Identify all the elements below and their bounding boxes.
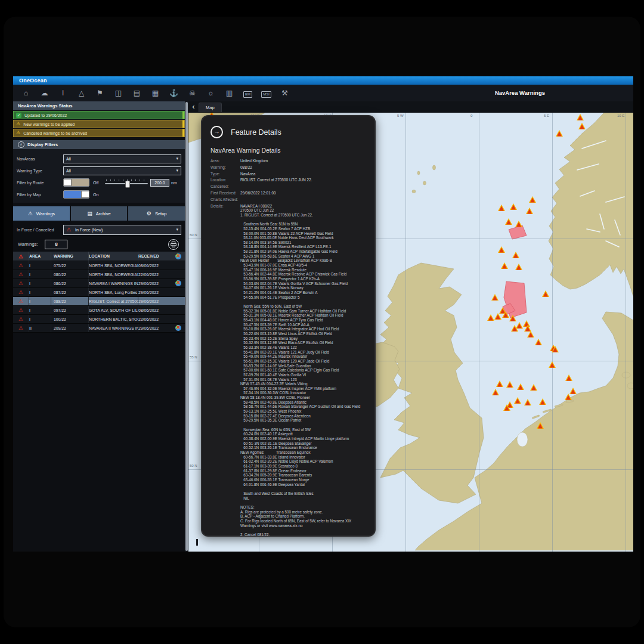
table-row[interactable]: ⚠I100/22NORTHERN BALTIC, STOCKHOL22/06/2… bbox=[13, 315, 185, 324]
navareas-dropdown[interactable]: All ▾ bbox=[63, 154, 181, 163]
tab-map[interactable]: Map bbox=[199, 103, 222, 112]
warnings-table-header: ⚠ AREA WARNING LOCATION RECEIVED bbox=[13, 252, 185, 261]
em-icon[interactable]: EM bbox=[239, 85, 257, 101]
latitude-label: 55 N bbox=[190, 355, 197, 359]
weather-routing-icon[interactable]: ☁ bbox=[35, 85, 54, 101]
popup-title: Feature Details bbox=[231, 128, 281, 137]
tab-setup[interactable]: ⚙Setup bbox=[128, 206, 185, 221]
status-updated: ✓ Updated to 29/06/2022 bbox=[13, 111, 185, 119]
display-filters-header[interactable]: ∧ Display Filters bbox=[13, 140, 185, 149]
arrow-right-icon[interactable]: → bbox=[210, 126, 223, 138]
warning-icon: ⚠ bbox=[16, 130, 20, 136]
map-filter-toggle[interactable] bbox=[63, 190, 89, 199]
field-value bbox=[240, 197, 367, 203]
table-row[interactable]: ⚠I075/22NORTH SEA, NORWEGIAN SEC08/06/20… bbox=[13, 261, 185, 270]
route-state: Off bbox=[93, 181, 104, 185]
info-icon[interactable]: i bbox=[54, 85, 72, 101]
longitude-label: 10 E bbox=[617, 114, 624, 117]
warning-type-dropdown[interactable]: All ▾ bbox=[63, 166, 181, 175]
print-button[interactable] bbox=[168, 239, 179, 250]
title-bar: OneOcean bbox=[13, 76, 633, 85]
field-value bbox=[240, 184, 367, 190]
tab-warnings[interactable]: ⚠Warnings bbox=[13, 206, 70, 221]
chart-flag-icon[interactable]: ⚑ bbox=[91, 85, 109, 101]
field-label: First Received: bbox=[210, 190, 240, 197]
collapse-icon[interactable]: ∧ bbox=[18, 141, 24, 148]
slider-thumb[interactable] bbox=[125, 181, 130, 188]
chevron-down-icon: ▾ bbox=[176, 156, 178, 161]
warning-icon: ⚠ bbox=[13, 280, 29, 286]
navarea-warnings-icon[interactable]: △ bbox=[72, 85, 91, 101]
printer-icon bbox=[171, 242, 177, 247]
warnings-table-body: ⚠I075/22NORTH SEA, NORWEGIAN SEC08/06/20… bbox=[13, 261, 185, 333]
table-row[interactable]: ⚠I080/22NORTH SEA, NORWEGIAN SEC22/06/20… bbox=[13, 270, 185, 279]
msi-icon[interactable]: MSI bbox=[257, 85, 275, 101]
map-tab-bar: ‹ Map bbox=[188, 101, 633, 113]
toggle-knob[interactable] bbox=[63, 179, 72, 186]
warning-icon: ⚠ bbox=[13, 289, 29, 295]
filter-by-map-label: Filter by Map bbox=[17, 193, 63, 197]
col-location[interactable]: LOCATION bbox=[88, 252, 138, 261]
field-label: Warning: bbox=[210, 165, 240, 171]
field-label: Location: bbox=[210, 177, 240, 184]
home-icon[interactable]: ⌂ bbox=[17, 85, 35, 101]
warning-icon: ⚠ bbox=[16, 121, 20, 127]
warnings-count-label: Warnings: bbox=[18, 242, 38, 247]
longitude-label: 5 E bbox=[544, 114, 549, 117]
chevron-down-icon: ▾ bbox=[176, 227, 178, 232]
route-distance-slider[interactable] bbox=[105, 179, 148, 186]
catalogue-icon[interactable]: ▦ bbox=[146, 85, 165, 101]
passage-plan-icon[interactable]: ◫ bbox=[109, 85, 128, 101]
navareas-label: NavAreas bbox=[17, 157, 63, 161]
display-filters-panel: NavAreas All ▾ Warning Type All ▾ Filter… bbox=[13, 149, 185, 203]
status-cancelled-warnings: ⚠ Cancelled warnings to be archived bbox=[13, 129, 185, 137]
table-row[interactable]: ⚠I087/22NORTH SEA, Long Forties East29/0… bbox=[13, 288, 185, 297]
ijsselmeer-lake bbox=[517, 432, 528, 447]
app-logo: OneOcean bbox=[19, 78, 47, 83]
latitude-label: 60 N bbox=[190, 233, 197, 237]
in-force-dropdown[interactable]: ⚠ In Force (New) ▾ bbox=[63, 225, 181, 235]
route-distance-value[interactable]: 200.0 bbox=[150, 179, 169, 187]
field-label: Charts Affected: bbox=[210, 197, 240, 203]
meridian-line bbox=[405, 113, 406, 552]
status-stripe bbox=[182, 120, 184, 128]
toggle-knob[interactable] bbox=[81, 191, 89, 198]
drawing-tools-icon[interactable]: ⚒ bbox=[275, 85, 294, 101]
field-value: NavArea bbox=[240, 171, 367, 178]
anchor-icon[interactable]: ⚓ bbox=[165, 85, 183, 101]
chevron-down-icon: ▾ bbox=[176, 168, 178, 173]
map-region: ‹ Map bbox=[188, 101, 633, 552]
land-islands bbox=[412, 165, 436, 193]
table-row[interactable]: ⚠I086/22NAVAREA I WARNINGS IN FOR29/06/2… bbox=[13, 279, 185, 288]
table-row[interactable]: ⚠I088/22RIGLIST. Correct at 270500 UTC29… bbox=[13, 297, 185, 306]
route-toggle[interactable] bbox=[63, 178, 89, 187]
meridian-line bbox=[479, 113, 479, 552]
collapse-sidebar-icon[interactable]: ‹ bbox=[190, 101, 197, 113]
in-force-label: In Force / Cancelled bbox=[17, 228, 63, 232]
col-warning[interactable]: WARNING bbox=[51, 252, 88, 261]
weather-icon[interactable]: ☼ bbox=[202, 85, 220, 101]
feature-details-popup: → Feature Details NavArea Warning Detail… bbox=[201, 115, 376, 537]
enc-permit-icon[interactable]: ▥ bbox=[220, 85, 239, 101]
table-row[interactable]: ⚠I097/22GOTA ALV, SOUTH OF LILLA BE08/06… bbox=[13, 306, 185, 315]
longitude-label: 0 bbox=[470, 114, 472, 117]
oneocean-window: OneOcean ⌂☁i△⚑◫▤▦⚓☠☼▥EMMSI⚒ NavArea Warn… bbox=[13, 76, 633, 552]
sidebar-tabs: ⚠Warnings▤Archive⚙Setup bbox=[13, 206, 185, 221]
warning-icon: ⚠ bbox=[13, 316, 29, 322]
warning-detail-fields: Area:United KingdomWarning:088/22Type:Na… bbox=[210, 158, 367, 203]
publications-icon[interactable]: ▤ bbox=[128, 85, 146, 101]
meridian-line bbox=[626, 113, 626, 552]
warning-icon: ⚠ bbox=[13, 271, 29, 277]
table-row[interactable]: ⚠II209/22NAVAREA II WARNINGS IN FOI29/06… bbox=[13, 324, 185, 333]
map-filter-state: On bbox=[93, 193, 104, 197]
col-received[interactable]: RECEIVED bbox=[138, 252, 172, 261]
piracy-icon[interactable]: ☠ bbox=[183, 85, 202, 101]
globe-icon bbox=[172, 253, 185, 259]
tab-archive[interactable]: ▤Archive bbox=[71, 206, 128, 221]
warning-icon: ⚠ bbox=[13, 325, 29, 331]
col-area[interactable]: AREA bbox=[29, 252, 51, 261]
setup-icon: ⚙ bbox=[147, 210, 151, 216]
warning-icon: ⚠ bbox=[66, 227, 71, 233]
warning-icon: ⚠ bbox=[13, 262, 29, 268]
scrollbar-thumb[interactable] bbox=[185, 102, 188, 551]
